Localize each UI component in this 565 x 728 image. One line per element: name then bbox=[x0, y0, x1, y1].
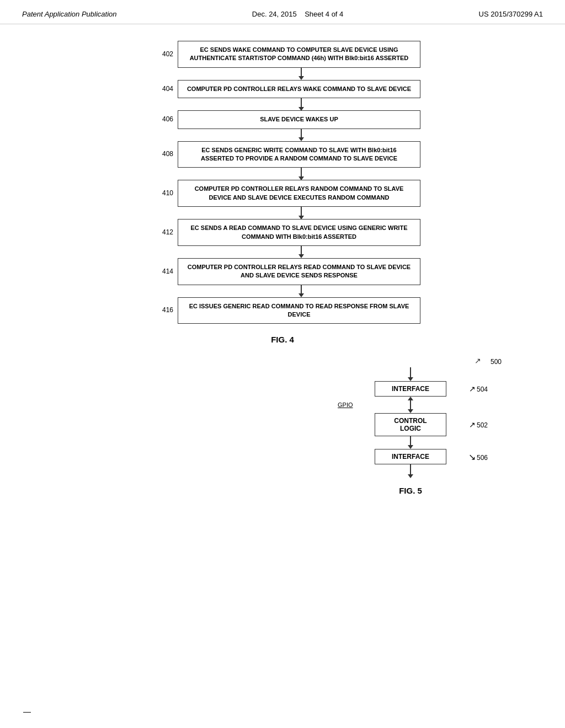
control-logic-box: CONTROL LOGIC bbox=[375, 413, 446, 436]
fig5-diagram: 500 ↗ INTERFACE ↗504 bbox=[333, 361, 488, 495]
flow-row-412: 412 EC SENDS A READ COMMAND TO SLAVE DEV… bbox=[145, 219, 420, 246]
gpio-label: GPIO bbox=[338, 402, 353, 408]
flowchart-fig4: 402 EC SENDS WAKE COMMAND TO COMPUTER SL… bbox=[145, 41, 420, 324]
label-506: ↘506 bbox=[468, 452, 488, 462]
interface-bottom-box: INTERFACE bbox=[375, 449, 446, 464]
flow-arrow-3 bbox=[145, 129, 420, 141]
flow-row-414: 414 COMPUTER PD CONTROLLER RELAYS READ C… bbox=[145, 258, 420, 285]
flow-row-408: 408 EC SENDS GENERIC WRITE COMMAND TO SL… bbox=[145, 141, 420, 168]
main-content: 402 EC SENDS WAKE COMMAND TO COMPUTER SL… bbox=[0, 24, 565, 512]
header-center: Dec. 24, 2015 Sheet 4 of 4 bbox=[252, 10, 344, 18]
flow-box-410: COMPUTER PD CONTROLLER RELAYS RANDOM COM… bbox=[178, 180, 420, 207]
flow-label-416: 416 bbox=[145, 306, 178, 315]
arrow-to-interface-bottom bbox=[408, 436, 413, 449]
arrow-500: ↗ bbox=[475, 356, 481, 365]
interface-top-box: INTERFACE bbox=[375, 381, 446, 397]
flow-label-414: 414 bbox=[145, 267, 178, 276]
flow-label-404: 404 bbox=[145, 85, 178, 94]
flow-box-416: EC ISSUES GENERIC READ COMMAND TO READ R… bbox=[178, 297, 420, 324]
flow-label-406: 406 bbox=[145, 115, 178, 124]
flow-label-412: 412 bbox=[145, 228, 178, 237]
flow-row-406: 406 SLAVE DEVICE WAKES UP bbox=[145, 110, 420, 129]
flow-arrow-6 bbox=[145, 246, 420, 258]
flow-arrow-4 bbox=[145, 168, 420, 180]
flow-label-408: 408 bbox=[145, 150, 178, 159]
flow-row-404: 404 COMPUTER PD CONTROLLER RELAYS WAKE C… bbox=[145, 80, 420, 98]
flow-box-412: EC SENDS A READ COMMAND TO SLAVE DEVICE … bbox=[178, 219, 420, 246]
flow-box-406: SLAVE DEVICE WAKES UP bbox=[178, 110, 420, 129]
flow-box-414: COMPUTER PD CONTROLLER RELAYS READ COMMA… bbox=[178, 258, 420, 285]
arrow-into-interface-top bbox=[408, 367, 413, 381]
flow-box-402: EC SENDS WAKE COMMAND TO COMPUTER SLAVE … bbox=[178, 41, 420, 68]
flow-box-404: COMPUTER PD CONTROLLER RELAYS WAKE COMMA… bbox=[178, 80, 420, 98]
label-504: ↗504 bbox=[469, 384, 488, 393]
fig5-caption: FIG. 5 bbox=[333, 486, 488, 495]
page-bottom-mark: — bbox=[23, 707, 31, 716]
label-500: 500 bbox=[491, 358, 502, 366]
header-left: Patent Application Publication bbox=[22, 10, 117, 18]
flow-box-408: EC SENDS GENERIC WRITE COMMAND TO SLAVE … bbox=[178, 141, 420, 168]
header-right: US 2015/370299 A1 bbox=[479, 10, 543, 18]
flow-row-402: 402 EC SENDS WAKE COMMAND TO COMPUTER SL… bbox=[145, 41, 420, 68]
arrow-out-bottom bbox=[408, 464, 413, 478]
flow-label-402: 402 bbox=[145, 50, 178, 59]
flow-arrow-7 bbox=[145, 285, 420, 297]
flow-arrow-5 bbox=[145, 207, 420, 219]
page-header: Patent Application Publication Dec. 24, … bbox=[0, 0, 565, 24]
fig4-caption: FIG. 4 bbox=[33, 335, 532, 344]
label-502: ↗502 bbox=[469, 420, 488, 429]
flow-label-410: 410 bbox=[145, 189, 178, 198]
flow-arrow-1 bbox=[145, 68, 420, 80]
flow-row-410: 410 COMPUTER PD CONTROLLER RELAYS RANDOM… bbox=[145, 180, 420, 207]
flow-arrow-2 bbox=[145, 98, 420, 110]
flow-row-416: 416 EC ISSUES GENERIC READ COMMAND TO RE… bbox=[145, 297, 420, 324]
